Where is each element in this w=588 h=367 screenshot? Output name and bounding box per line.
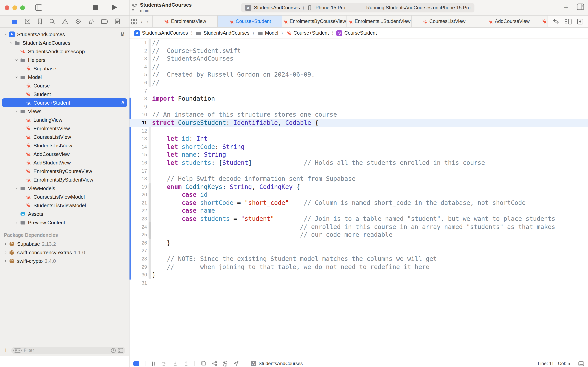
code-line-23[interactable]: 23 case students = "student" // Join is … bbox=[129, 215, 588, 223]
package-item-Supabase[interactable]: Supabase2.13.2 bbox=[0, 240, 129, 248]
code-line-30[interactable]: 30} bbox=[129, 271, 588, 279]
test-navigator-icon[interactable] bbox=[75, 18, 81, 25]
code-line-11[interactable]: 11struct CourseStudent: Identifiable, Co… bbox=[129, 119, 588, 127]
disclosure-chevron-icon[interactable] bbox=[14, 221, 19, 224]
code-line-24[interactable]: 24 // enrolled in this course in an arra… bbox=[129, 223, 588, 231]
code-line-14[interactable]: 14 let shortCode: String bbox=[129, 143, 588, 151]
code-line-12[interactable]: 12 bbox=[129, 127, 588, 135]
add-file-button[interactable]: + bbox=[4, 346, 8, 354]
issue-navigator-icon[interactable] bbox=[62, 18, 68, 24]
sidebar-item-LandingView[interactable]: LandingView bbox=[0, 116, 129, 124]
add-editor-icon[interactable] bbox=[577, 18, 583, 24]
sidebar-item-Supabase[interactable]: Supabase bbox=[0, 64, 129, 73]
disclosure-chevron-icon[interactable] bbox=[3, 250, 8, 254]
tab-EnrolmentsView[interactable]: EnrolmentsView bbox=[153, 16, 218, 27]
disclosure-chevron-icon[interactable] bbox=[3, 33, 8, 36]
step-into-icon[interactable] bbox=[173, 361, 178, 366]
code-line-17[interactable]: 17 bbox=[129, 167, 588, 175]
code-line-3[interactable]: 3// StudentsAndCourses bbox=[129, 55, 588, 63]
scm-filter-icon[interactable] bbox=[118, 348, 123, 353]
sidebar-item-StudentsListViewModel[interactable]: StudentsListViewModel bbox=[0, 201, 129, 209]
disclosure-chevron-icon[interactable] bbox=[14, 75, 19, 79]
code-line-31[interactable]: 31 bbox=[129, 279, 588, 287]
disclosure-chevron-icon[interactable] bbox=[3, 259, 8, 263]
view-hierarchy-icon[interactable] bbox=[201, 361, 206, 366]
code-line-1[interactable]: 1// bbox=[129, 39, 588, 47]
editor-options-icon[interactable] bbox=[565, 18, 572, 24]
code-review-icon[interactable] bbox=[553, 19, 559, 24]
tab-EnrolmentsByCourseView[interactable]: EnrolmentsByCourseView bbox=[282, 16, 347, 27]
tab-CoursesListView[interactable]: CoursesListView bbox=[412, 16, 476, 27]
toggle-inspector-icon[interactable] bbox=[577, 3, 584, 11]
sidebar-item-EnrolmentsView[interactable]: EnrolmentsView bbox=[0, 124, 129, 133]
code-line-20[interactable]: 20 case id bbox=[129, 191, 588, 199]
tab-Course+Student[interactable]: Course+Student bbox=[218, 16, 282, 27]
pause-execution-icon[interactable] bbox=[151, 361, 155, 366]
code-line-27[interactable]: 27 bbox=[129, 247, 588, 255]
sidebar-item-Views[interactable]: Views bbox=[0, 107, 129, 116]
disclosure-chevron-icon[interactable] bbox=[8, 41, 14, 44]
disclosure-chevron-icon[interactable] bbox=[3, 242, 8, 245]
go-forward-icon[interactable]: › bbox=[147, 18, 149, 24]
code-line-29[interactable]: 29 // when joining to that table, we do … bbox=[129, 263, 588, 271]
code-line-5[interactable]: 5// Created by Russell Gordon on 2024-06… bbox=[129, 71, 588, 79]
bottom-panel-toggle-icon[interactable] bbox=[578, 361, 584, 366]
sidebar-item-ViewModels[interactable]: ViewModels bbox=[0, 184, 129, 192]
tab-AddCourseView[interactable]: AddCourseView bbox=[477, 16, 541, 27]
code-line-18[interactable]: 18 // Help Swift decode information sent… bbox=[129, 175, 588, 183]
sidebar-item-StudentsAndCoursesApp[interactable]: StudentsAndCoursesApp bbox=[0, 47, 129, 56]
simulate-location-icon[interactable] bbox=[233, 361, 239, 366]
bookmark-navigator-icon[interactable] bbox=[37, 18, 42, 25]
code-line-13[interactable]: 13 let id: Int bbox=[129, 135, 588, 143]
breadcrumb-item[interactable]: StudentsAndCourses bbox=[196, 30, 250, 36]
sidebar-item-CoursesListView[interactable]: CoursesListView bbox=[0, 133, 129, 141]
filter-field[interactable]: Filter bbox=[11, 347, 125, 354]
sidebar-item-Course+Student[interactable]: Course+StudentA bbox=[0, 98, 129, 107]
sidebar-item-Model[interactable]: Model bbox=[0, 73, 129, 81]
sidebar-item-Helpers[interactable]: Helpers bbox=[0, 56, 129, 64]
step-over-icon[interactable] bbox=[161, 361, 167, 366]
sidebar-item-EnrolmentsByStudentView[interactable]: EnrolmentsByStudentView bbox=[0, 175, 129, 184]
sidebar-item-AddStudentView[interactable]: AddStudentView bbox=[0, 158, 129, 167]
run-button[interactable] bbox=[112, 4, 117, 10]
breakpoint-navigator-icon[interactable] bbox=[101, 19, 108, 24]
sidebar-item-StudentsAndCourses[interactable]: AStudentsAndCoursesM bbox=[0, 30, 129, 39]
code-line-2[interactable]: 2// Course+Student.swift bbox=[129, 47, 588, 55]
run-destination[interactable]: iPhone 15 Pro bbox=[314, 5, 345, 10]
breadcrumb-item[interactable]: AStudentsAndCourses bbox=[134, 30, 188, 36]
scheme-status-pill[interactable]: A StudentsAndCourses ⟩ iPhone 15 Pro Run… bbox=[241, 3, 474, 12]
code-line-7[interactable]: 7 bbox=[129, 87, 588, 95]
code-line-15[interactable]: 15 let name: String bbox=[129, 151, 588, 159]
sidebar-item-Preview Content[interactable]: Preview Content bbox=[0, 218, 129, 227]
breadcrumb-item[interactable]: Model bbox=[257, 30, 278, 36]
jump-bar[interactable]: AStudentsAndCourses⟩StudentsAndCourses⟩M… bbox=[129, 28, 588, 39]
code-line-26[interactable]: 26 } bbox=[129, 239, 588, 247]
close-window-button[interactable] bbox=[5, 5, 9, 10]
package-item-swift-crypto[interactable]: swift-crypto3.4.0 bbox=[0, 257, 129, 265]
tab-Enrolments...StudentView[interactable]: Enrolments...StudentView bbox=[347, 16, 412, 27]
scheme-name[interactable]: StudentsAndCourses bbox=[254, 5, 300, 10]
sidebar-item-Course[interactable]: Course bbox=[0, 81, 129, 90]
debug-area-toggle-icon[interactable] bbox=[133, 361, 139, 366]
report-navigator-icon[interactable] bbox=[115, 18, 120, 25]
zoom-window-button[interactable] bbox=[20, 5, 25, 10]
minimize-window-button[interactable] bbox=[12, 5, 17, 10]
disclosure-chevron-icon[interactable] bbox=[14, 109, 19, 113]
recent-files-icon[interactable] bbox=[111, 348, 116, 353]
running-app-name[interactable]: StudentsAndCourses bbox=[259, 361, 303, 366]
code-line-22[interactable]: 22 case name bbox=[129, 207, 588, 215]
debug-navigator-icon[interactable] bbox=[88, 18, 94, 25]
code-content[interactable]: 1//2// Course+Student.swift3// StudentsA… bbox=[129, 39, 588, 287]
sidebar-item-StudentsListView[interactable]: StudentsListView bbox=[0, 141, 129, 150]
step-out-icon[interactable] bbox=[184, 361, 189, 366]
breadcrumb-item[interactable]: Course+Student bbox=[286, 30, 329, 36]
project-navigator-icon[interactable] bbox=[11, 18, 18, 24]
related-items-icon[interactable] bbox=[131, 18, 137, 24]
toggle-navigator-icon[interactable] bbox=[35, 4, 42, 12]
breadcrumb-item[interactable]: SCourseStudent bbox=[336, 30, 377, 36]
source-editor[interactable]: 1//2// Course+Student.swift3// StudentsA… bbox=[129, 39, 588, 360]
code-line-21[interactable]: 21 case shortCode = "short_code" // Colu… bbox=[129, 199, 588, 207]
code-line-8[interactable]: 8import Foundation bbox=[129, 95, 588, 103]
sidebar-item-Assets[interactable]: Assets bbox=[0, 209, 129, 218]
code-line-6[interactable]: 6// bbox=[129, 79, 588, 87]
